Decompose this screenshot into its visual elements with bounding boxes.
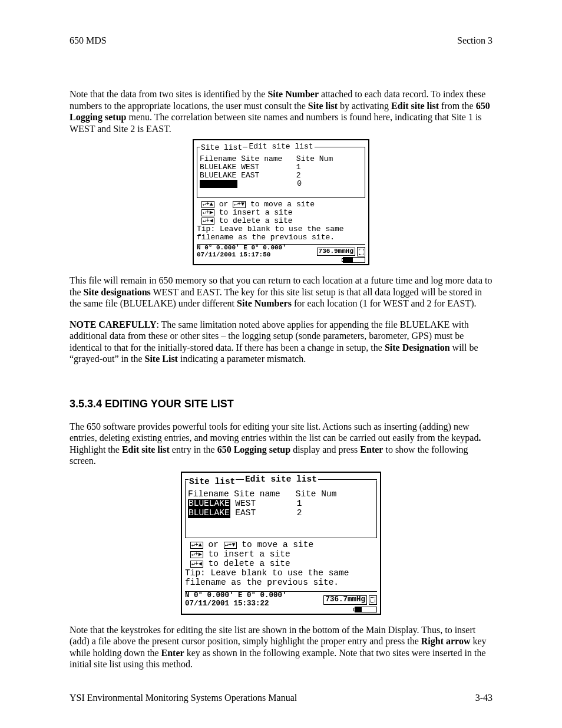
screen2-header-row: Filename Site name Site Num (188, 490, 374, 499)
screen2-hint-delete: ↵+◀ to delete a site (185, 559, 377, 569)
screen2-hint-move: ↵+▲ or ↵+▼ to move a site (185, 541, 377, 550)
sonde-icon (369, 595, 377, 605)
screenshot-edit-site-list-1: Edit site list Site list Filename Site n… (193, 139, 369, 265)
footer-left: YSI Environmental Monitoring Systems Ope… (70, 693, 297, 703)
screen1-tip-1: Tip: Leave blank to use the same (197, 225, 365, 233)
screen1-row-3: 0 (200, 180, 362, 188)
screenshot-edit-site-list-2: Edit site list Site list Filename Site n… (181, 472, 381, 615)
paragraph-1: Note that the data from two sites is ide… (70, 88, 492, 134)
screen1-tip-2: filename as the previous site. (197, 233, 365, 242)
screen2-time: 07/11/2001 15:33:22 (185, 600, 287, 608)
battery-icon (343, 257, 365, 263)
enter-up-icon: ↵+▲ (201, 201, 214, 208)
screen2-gps: N 0° 0.000' E 0° 0.000' (185, 592, 287, 600)
screen2-row-2: BLUELAKE EAST 2 (188, 509, 374, 518)
screen2-hint-insert: ↵+▶ to insert a site (185, 550, 377, 559)
sonde-icon (357, 247, 365, 256)
screen1-pressure: 736.9mmHg (317, 248, 355, 256)
paragraph-4: The 650 software provides powerful tools… (70, 421, 492, 467)
screen2-tip-2: filename as the previous site. (185, 578, 377, 588)
screen2-row-1: BLUELAKE WEST 1 (188, 499, 374, 509)
screen1-row-1: BLUELAKE WEST 1 (200, 163, 362, 172)
paragraph-3: NOTE CAREFULLY: The same limitation note… (70, 319, 492, 365)
enter-right-icon: ↵+▶ (190, 551, 203, 558)
screen1-header-row: Filename Site name Site Num (200, 155, 362, 163)
screen2-box-label: Site list (189, 477, 236, 487)
battery-icon (355, 607, 377, 612)
screen1-hint-insert: ↵+▶ to insert a site (197, 209, 365, 217)
enter-left-icon: ↵+◀ (190, 561, 203, 568)
paragraph-5: Note that the keystrokes for editing the… (70, 624, 492, 670)
enter-down-icon: ↵+▼ (233, 201, 246, 208)
screen2-pressure: 736.7mmHg (323, 595, 367, 605)
section-heading: 3.5.3.4 EDITING YOUR SITE LIST (70, 398, 492, 410)
header-right: Section 3 (457, 35, 492, 46)
screen1-hint-delete: ↵+◀ to delete a site (197, 217, 365, 225)
screen1-hint-move: ↵+▲ or ↵+▼ to move a site (197, 200, 365, 209)
enter-up-icon: ↵+▲ (190, 542, 203, 549)
paragraph-2: This file will remain in 650 memory so t… (70, 275, 492, 309)
screen2-tip-1: Tip: Leave blank to use the same (185, 569, 377, 578)
enter-right-icon: ↵+▶ (201, 209, 214, 216)
screen1-box-label: Site list (200, 144, 243, 152)
footer-right: 3-43 (475, 693, 492, 703)
enter-left-icon: ↵+◀ (201, 218, 214, 225)
screen1-time: 07/11/2001 15:17:50 (197, 252, 286, 259)
header-left: 650 MDS (70, 35, 107, 46)
enter-down-icon: ↵+▼ (224, 542, 237, 549)
screen1-row-2: BLUELAKE EAST 2 (200, 172, 362, 180)
